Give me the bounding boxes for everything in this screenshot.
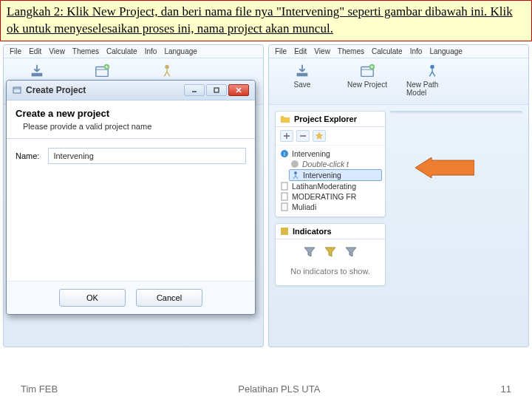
collapse-button[interactable] bbox=[296, 130, 310, 142]
tree-item-selected[interactable]: Intervening bbox=[289, 169, 382, 181]
model-icon bbox=[291, 171, 300, 180]
file-icon bbox=[280, 182, 289, 191]
svg-rect-13 bbox=[282, 193, 287, 200]
instruction-banner: Langkah 2: Klik New Project, dan beri na… bbox=[0, 0, 532, 41]
project-name-input[interactable] bbox=[48, 148, 246, 164]
footer-left: Tim FEB bbox=[21, 383, 58, 395]
maximize-button[interactable] bbox=[206, 84, 227, 96]
tree-label: Intervening bbox=[303, 171, 341, 180]
slide-footer: Tim FEB Pelatihan PLS UTA 11 bbox=[0, 383, 532, 395]
tree-item[interactable]: Muliadi bbox=[279, 202, 382, 212]
footer-page: 11 bbox=[501, 383, 511, 395]
project-explorer-title: Project Explorer bbox=[294, 115, 357, 123]
favorite-button[interactable] bbox=[313, 130, 326, 142]
tree-label: MODERATING FR bbox=[292, 192, 356, 201]
svg-rect-17 bbox=[214, 88, 219, 92]
file-icon bbox=[280, 202, 289, 211]
svg-rect-12 bbox=[282, 183, 287, 190]
info-icon: i bbox=[280, 149, 289, 158]
tree-item-root[interactable]: i Intervening bbox=[279, 149, 382, 159]
dialog-subheading: Please provide a valid project name bbox=[16, 122, 246, 131]
ok-button[interactable]: OK bbox=[59, 289, 126, 307]
funnel-icon[interactable] bbox=[324, 245, 337, 259]
menu-file[interactable]: File bbox=[10, 47, 21, 55]
indicator-filters bbox=[276, 239, 385, 262]
tree-item[interactable]: LatihanModerating bbox=[279, 181, 382, 191]
new-project-button[interactable]: New Project bbox=[341, 63, 393, 97]
svg-rect-0 bbox=[32, 73, 43, 77]
close-button[interactable] bbox=[228, 84, 249, 96]
dialog-actions: OK Cancel bbox=[7, 281, 255, 314]
project-tree[interactable]: i Intervening Double-click t Intervening bbox=[276, 146, 385, 216]
instruction-text: Langkah 2: Klik New Project, dan beri na… bbox=[7, 4, 513, 35]
expand-button[interactable] bbox=[280, 130, 293, 142]
new-project-icon bbox=[358, 63, 377, 79]
new-path-model-label: New Path Model bbox=[406, 81, 458, 97]
name-label: Name: bbox=[16, 151, 39, 160]
folder-icon bbox=[280, 115, 290, 123]
indicators-panel: Indicators No indicators to show. bbox=[275, 223, 386, 286]
hint-icon bbox=[290, 160, 299, 168]
menu-edit[interactable]: Edit bbox=[29, 47, 41, 55]
new-path-model-button[interactable]: New Path Model bbox=[406, 63, 458, 97]
callout-arrow bbox=[415, 157, 474, 181]
new-path-model-icon bbox=[423, 63, 442, 79]
indicators-header: Indicators bbox=[276, 224, 385, 239]
dialog-title: Create Project bbox=[26, 85, 86, 95]
funnel-icon[interactable] bbox=[344, 245, 358, 259]
divider bbox=[7, 138, 255, 139]
cancel-button[interactable]: Cancel bbox=[136, 289, 202, 307]
menubar-right[interactable]: File Edit View Themes Calculate Info Lan… bbox=[269, 45, 528, 58]
menu-view[interactable]: View bbox=[314, 47, 330, 55]
tree-item-hint: Double-click t bbox=[279, 159, 382, 169]
save-label: Save bbox=[294, 81, 311, 89]
funnel-icon[interactable] bbox=[303, 245, 316, 259]
svg-point-7 bbox=[430, 65, 434, 69]
menu-language[interactable]: Language bbox=[429, 47, 463, 55]
menu-calculate[interactable]: Calculate bbox=[372, 47, 403, 55]
tree-item[interactable]: MODERATING FR bbox=[279, 191, 382, 202]
svg-point-10 bbox=[291, 160, 299, 168]
menu-edit[interactable]: Edit bbox=[294, 47, 307, 55]
menu-calculate[interactable]: Calculate bbox=[106, 47, 137, 55]
name-row: Name: bbox=[16, 148, 246, 164]
new-project-icon bbox=[92, 63, 112, 79]
menu-info[interactable]: Info bbox=[145, 47, 157, 55]
menu-file[interactable]: File bbox=[275, 47, 287, 55]
dialog-header: Create a new project Please provide a va… bbox=[7, 100, 255, 137]
menu-themes[interactable]: Themes bbox=[72, 47, 99, 55]
dialog-heading: Create a new project bbox=[16, 108, 246, 119]
new-path-model-icon bbox=[157, 63, 177, 79]
save-icon bbox=[293, 63, 312, 79]
svg-rect-15 bbox=[281, 228, 288, 235]
explorer-toolbar bbox=[276, 127, 385, 146]
tree-label: Double-click t bbox=[302, 160, 349, 168]
minimize-button[interactable] bbox=[184, 84, 205, 96]
left-column: Project Explorer i Intervening bbox=[275, 111, 386, 286]
save-icon bbox=[27, 63, 47, 79]
dialog-body: Name: bbox=[7, 148, 255, 281]
project-explorer-header: Project Explorer bbox=[276, 112, 385, 127]
tree-label: Intervening bbox=[292, 149, 330, 158]
dialog-icon bbox=[13, 86, 21, 95]
footer-center: Pelatihan PLS UTA bbox=[238, 383, 320, 395]
menu-view[interactable]: View bbox=[49, 47, 65, 55]
file-icon bbox=[280, 192, 289, 201]
menu-info[interactable]: Info bbox=[410, 47, 423, 55]
save-button[interactable]: Save bbox=[276, 63, 328, 97]
svg-text:i: i bbox=[284, 151, 285, 157]
canvas-area[interactable] bbox=[390, 111, 522, 112]
svg-point-11 bbox=[294, 171, 297, 174]
svg-rect-14 bbox=[282, 203, 287, 211]
tree-label: LatihanModerating bbox=[292, 182, 356, 191]
menubar[interactable]: File Edit View Themes Calculate Info Lan… bbox=[4, 45, 263, 58]
dialog-titlebar[interactable]: Create Project bbox=[7, 81, 255, 100]
menu-themes[interactable]: Themes bbox=[338, 47, 364, 55]
tree-label: Muliadi bbox=[292, 202, 316, 211]
svg-rect-4 bbox=[297, 73, 308, 77]
new-project-label: New Project bbox=[347, 81, 387, 89]
menu-language[interactable]: Language bbox=[164, 47, 197, 55]
indicators-title: Indicators bbox=[293, 227, 332, 236]
indicators-empty-message: No indicators to show. bbox=[276, 262, 385, 285]
project-explorer-panel: Project Explorer i Intervening bbox=[275, 111, 386, 217]
